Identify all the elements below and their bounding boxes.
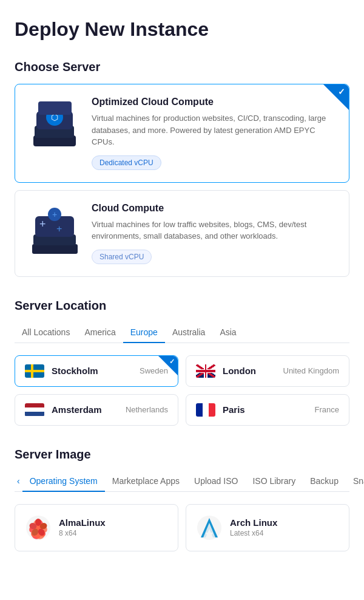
cloud-compute-image: + + + xyxy=(27,203,82,257)
tabs-scroll-left[interactable]: ‹ xyxy=(15,471,22,491)
tab-operating-system[interactable]: Operating System xyxy=(22,471,105,492)
tab-europe[interactable]: Europe xyxy=(123,322,165,343)
page-title: Deploy New Instance xyxy=(15,18,349,41)
almalinux-version: 8 x64 xyxy=(59,529,106,537)
location-grid: Stockholm Sweden London United Kingdom A… xyxy=(15,355,349,426)
dedicated-vcpu-badge: Dedicated vCPU xyxy=(92,155,161,170)
london-name: London xyxy=(223,366,276,376)
uk-flag xyxy=(196,364,215,378)
tab-backup[interactable]: Backup xyxy=(303,471,346,492)
tab-iso-library[interactable]: ISO Library xyxy=(245,471,303,492)
selected-check-corner xyxy=(323,84,349,110)
image-section: Server Image ‹ Operating System Marketpl… xyxy=(15,448,349,551)
tab-america[interactable]: America xyxy=(77,322,123,343)
cc-plus1: + xyxy=(39,218,46,231)
location-tabs: All Locations America Europe Australia A… xyxy=(15,322,349,343)
almalinux-icon xyxy=(25,514,52,541)
optimized-cloud-content: Optimized Cloud Compute Virtual machines… xyxy=(92,97,337,170)
netherlands-flag xyxy=(25,403,44,417)
location-london[interactable]: London United Kingdom xyxy=(186,355,349,387)
tab-snapshot[interactable]: Snapsh› xyxy=(346,471,364,492)
cc-base xyxy=(32,244,78,254)
cc-dot: + xyxy=(48,208,61,221)
almalinux-name: AlmaLinux xyxy=(59,517,106,528)
paris-country: France xyxy=(315,405,339,414)
location-paris[interactable]: Paris France xyxy=(186,394,349,426)
os-arch-card[interactable]: Arch Linux Latest x64 xyxy=(186,504,349,551)
optimized-cloud-compute-card[interactable]: ⬡ Optimized Cloud Compute Virtual machin… xyxy=(15,84,349,183)
cc-plus2: + xyxy=(56,223,62,234)
amsterdam-country: Netherlands xyxy=(126,405,168,414)
tab-all-locations[interactable]: All Locations xyxy=(15,322,77,343)
location-amsterdam[interactable]: Amsterdam Netherlands xyxy=(15,394,178,426)
location-stockholm[interactable]: Stockholm Sweden xyxy=(15,355,178,387)
tab-marketplace-apps[interactable]: Marketplace Apps xyxy=(105,471,187,492)
server-cards-container: ⬡ Optimized Cloud Compute Virtual machin… xyxy=(15,84,349,277)
location-section-title: Server Location xyxy=(15,299,349,313)
tab-australia[interactable]: Australia xyxy=(165,322,212,343)
stockholm-check xyxy=(158,356,178,375)
os-grid: AlmaLinux 8 x64 Arch Linux Latest x64 xyxy=(15,504,349,551)
optimized-cloud-title: Optimized Cloud Compute xyxy=(92,97,337,107)
image-tabs: ‹ Operating System Marketplace Apps Uplo… xyxy=(15,471,349,492)
cloud-compute-content: Cloud Compute Virtual machines for low t… xyxy=(92,203,337,264)
shared-vcpu-badge: Shared vCPU xyxy=(92,250,152,264)
optimized-cloud-image: ⬡ xyxy=(27,97,82,151)
cloud-compute-title: Cloud Compute xyxy=(92,203,337,214)
london-country: United Kingdom xyxy=(283,366,340,375)
amsterdam-name: Amsterdam xyxy=(52,404,118,415)
location-section: Server Location All Locations America Eu… xyxy=(15,299,349,426)
sweden-flag xyxy=(25,364,44,378)
arch-icon xyxy=(196,514,223,541)
image-section-title: Server Image xyxy=(15,448,349,462)
cloud-compute-desc: Virtual machines for low traffic website… xyxy=(92,219,337,242)
tab-asia[interactable]: Asia xyxy=(212,322,243,343)
france-flag xyxy=(196,403,215,417)
cloud-compute-card[interactable]: + + + Cloud Compute Virtual machines for… xyxy=(15,190,349,277)
tab-upload-iso[interactable]: Upload ISO xyxy=(187,471,245,492)
os-almalinux-card[interactable]: AlmaLinux 8 x64 xyxy=(15,504,178,551)
almalinux-info: AlmaLinux 8 x64 xyxy=(59,517,106,537)
stockholm-name: Stockholm xyxy=(52,366,132,376)
choose-server-title: Choose Server xyxy=(15,60,349,74)
uk-flag-cross3 xyxy=(196,370,215,372)
arch-name: Arch Linux xyxy=(230,517,277,528)
arch-version: Latest x64 xyxy=(230,529,277,537)
stack-top xyxy=(38,101,72,115)
optimized-cloud-desc: Virtual machines for production websites… xyxy=(92,112,337,148)
paris-name: Paris xyxy=(223,404,308,415)
arch-info: Arch Linux Latest x64 xyxy=(230,517,277,537)
